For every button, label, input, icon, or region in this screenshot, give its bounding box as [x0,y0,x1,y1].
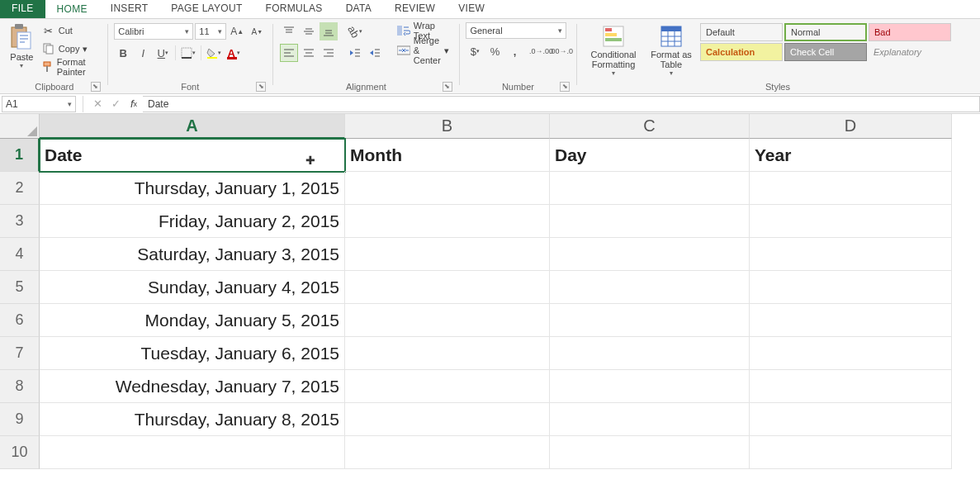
merge-center-button[interactable]: Merge & Center ▾ [394,42,452,59]
col-header[interactable]: D [750,114,952,139]
font-size-select[interactable]: 11 [195,23,226,40]
bold-button[interactable]: B [114,44,132,62]
conditional-formatting-button[interactable]: Conditional Formatting▾ [584,22,643,77]
tab-insert[interactable]: INSERT [99,0,160,18]
format-painter-button[interactable]: Format Painter [39,59,101,75]
decrease-decimal-icon[interactable]: .00→.0 [552,42,570,60]
tab-home[interactable]: HOME [45,0,99,18]
row-header[interactable]: 10 [0,436,40,469]
font-name-select[interactable]: Calibri [114,23,193,40]
cell-A1[interactable]: Date [40,139,345,172]
row-header[interactable]: 5 [0,271,40,304]
cell-C5[interactable] [550,271,750,304]
row-header[interactable]: 3 [0,205,40,238]
cell-C1[interactable]: Day [550,139,750,172]
cell-B8[interactable] [345,370,550,403]
style-normal[interactable]: Normal [784,23,867,41]
cell-C4[interactable] [550,238,750,271]
tab-page-layout[interactable]: PAGE LAYOUT [159,0,253,18]
cell-B2[interactable] [345,172,550,205]
cell-B5[interactable] [345,271,550,304]
dialog-launcher-icon[interactable]: ⬊ [91,82,101,92]
cell-D7[interactable] [750,337,952,370]
number-format-select[interactable]: General [466,22,566,39]
cell-B4[interactable] [345,238,550,271]
row-header[interactable]: 6 [0,304,40,337]
increase-font-icon[interactable]: A▲ [228,22,246,40]
paste-button[interactable]: Paste ▾ [8,22,36,77]
copy-button[interactable]: Copy ▾ [39,40,101,57]
style-default[interactable]: Default [700,23,783,41]
tab-review[interactable]: REVIEW [383,0,447,18]
cell-B7[interactable] [345,337,550,370]
decrease-font-icon[interactable]: A▼ [248,22,266,40]
cell-styles-gallery[interactable]: Default Normal Bad Calculation Check Cel… [699,22,972,62]
borders-button[interactable]: ▾ [179,44,197,62]
cell-A5[interactable]: Sunday, January 4, 2015 [40,271,345,304]
enter-formula-icon[interactable]: ✓ [107,96,125,112]
col-header[interactable]: B [345,114,550,139]
cell-A10[interactable] [40,436,345,469]
cell-C10[interactable] [550,436,750,469]
cell-C3[interactable] [550,205,750,238]
orientation-icon[interactable]: ab▾ [346,22,364,40]
style-check-cell[interactable]: Check Cell [784,43,867,61]
tab-formulas[interactable]: FORMULAS [254,0,334,18]
style-explanatory[interactable]: Explanatory [869,43,951,61]
cell-B3[interactable] [345,205,550,238]
cell-B6[interactable] [345,304,550,337]
select-all-corner[interactable] [0,114,40,139]
fx-icon[interactable]: fx [125,96,143,112]
align-bottom-icon[interactable] [320,22,338,40]
dialog-launcher-icon[interactable]: ⬊ [256,82,266,92]
cell-B1[interactable]: Month [345,139,550,172]
formula-input[interactable]: Date [143,96,980,112]
align-left-icon[interactable] [280,44,298,62]
cell-D6[interactable] [750,304,952,337]
decrease-indent-icon[interactable] [346,44,364,62]
cell-A4[interactable]: Saturday, January 3, 2015 [40,238,345,271]
cell-B10[interactable] [345,436,550,469]
row-header[interactable]: 1 [0,139,40,172]
cell-A8[interactable]: Wednesday, January 7, 2015 [40,370,345,403]
cancel-formula-icon[interactable]: ✕ [88,96,107,112]
cut-button[interactable]: ✂ Cut [39,22,101,39]
cell-D10[interactable] [750,436,952,469]
comma-button[interactable]: , [505,42,523,60]
cell-A3[interactable]: Friday, January 2, 2015 [40,205,345,238]
cell-D8[interactable] [750,370,952,403]
cell-C6[interactable] [550,304,750,337]
cell-A9[interactable]: Thursday, January 8, 2015 [40,403,345,436]
align-top-icon[interactable] [280,22,298,40]
row-header[interactable]: 8 [0,370,40,403]
cell-C2[interactable] [550,172,750,205]
row-header[interactable]: 2 [0,172,40,205]
row-header[interactable]: 9 [0,403,40,436]
dialog-launcher-icon[interactable]: ⬊ [443,82,452,92]
dialog-launcher-icon[interactable]: ⬊ [560,82,570,92]
cell-D9[interactable] [750,403,952,436]
increase-indent-icon[interactable] [366,44,384,62]
percent-button[interactable]: % [485,42,504,60]
align-middle-icon[interactable] [300,22,318,40]
col-header[interactable]: C [550,114,750,139]
cell-A7[interactable]: Tuesday, January 6, 2015 [40,337,345,370]
tab-data[interactable]: DATA [334,0,383,18]
cell-C7[interactable] [550,337,750,370]
style-calculation[interactable]: Calculation [700,43,783,61]
align-center-icon[interactable] [300,44,318,62]
cell-C8[interactable] [550,370,750,403]
italic-button[interactable]: I [134,44,152,62]
increase-decimal-icon[interactable]: .0→.00 [532,42,550,60]
cell-D1[interactable]: Year [750,139,952,172]
fill-color-button[interactable]: ▾ [205,44,223,62]
format-as-table-button[interactable]: Format as Table▾ [646,22,696,77]
align-right-icon[interactable] [320,44,338,62]
name-box[interactable]: A1 [2,96,76,112]
font-color-button[interactable]: A ▾ [225,44,243,62]
cell-D4[interactable] [750,238,952,271]
cell-B9[interactable] [345,403,550,436]
currency-button[interactable]: $▾ [466,42,484,60]
col-header[interactable]: A [40,114,345,139]
cell-A6[interactable]: Monday, January 5, 2015 [40,304,345,337]
